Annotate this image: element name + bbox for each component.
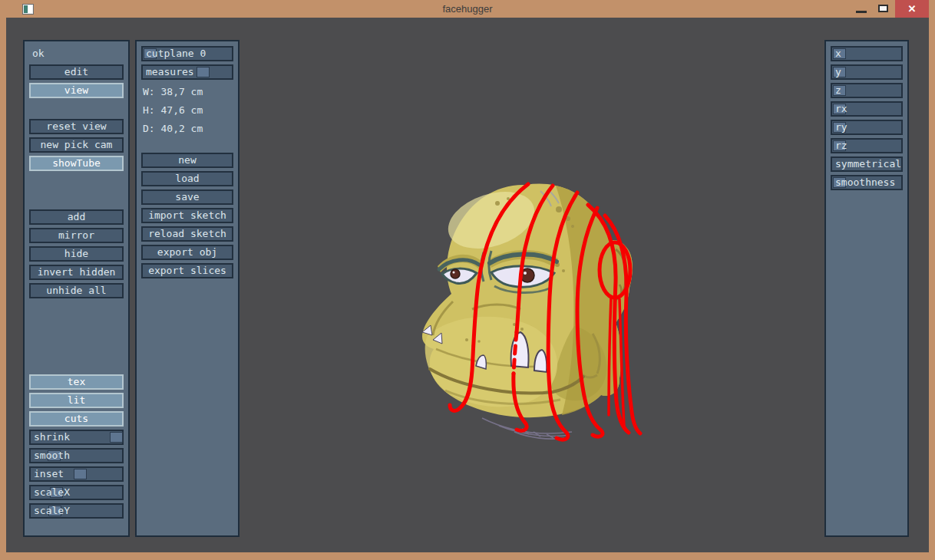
ry-label: ry — [832, 121, 847, 133]
titlebar[interactable]: facehugger ✕ — [0, 0, 935, 18]
scale-y-slider[interactable]: scaleY — [29, 503, 124, 519]
maximize-button[interactable] — [875, 0, 894, 18]
reload-sketch-button[interactable]: reload sketch — [141, 226, 233, 242]
edit-button[interactable]: edit — [29, 64, 124, 80]
cutplane-label: cutplane 0 — [143, 48, 206, 60]
mirror-button[interactable]: mirror — [29, 228, 124, 243]
new-button[interactable]: new — [141, 153, 233, 168]
inset-slider-handle[interactable] — [74, 469, 87, 479]
invert-hidden-button[interactable]: invert hidden — [29, 265, 124, 280]
scale-x-label: scaleX — [31, 486, 70, 499]
z-label: z — [832, 84, 841, 97]
hide-button[interactable]: hide — [29, 246, 124, 262]
show-tube-button[interactable]: showTube — [29, 156, 124, 171]
transform-panel: x y z rx ry rz symmetrical smoothness — [824, 40, 909, 537]
smooth-label: smooth — [31, 450, 70, 462]
window-title: facehugger — [0, 0, 935, 18]
depth-readout: D: 40,2 cm — [143, 123, 233, 135]
ogre-head-model[interactable] — [399, 173, 660, 456]
scale-y-label: scaleY — [31, 505, 70, 517]
measures-toggle[interactable]: measures — [141, 64, 233, 80]
y-label: y — [832, 66, 841, 78]
shrink-label: shrink — [31, 431, 70, 443]
smoothness-slider[interactable]: smoothness — [831, 175, 903, 190]
shrink-slider-handle[interactable] — [110, 432, 123, 443]
symmetrical-label: symmetrical — [832, 158, 901, 170]
x-slider[interactable]: x — [831, 46, 903, 61]
cuts-button[interactable]: cuts — [29, 411, 124, 427]
measures-toggle-handle[interactable] — [197, 67, 210, 77]
scale-x-slider[interactable]: scaleX — [29, 485, 124, 500]
add-button[interactable]: add — [29, 209, 124, 225]
ok-button[interactable]: ok — [29, 46, 124, 61]
close-icon: ✕ — [908, 3, 917, 15]
export-slices-button[interactable]: export slices — [141, 263, 233, 278]
height-readout: H: 47,6 cm — [143, 104, 233, 117]
left-toolbar-panel: ok edit view reset view new pick cam sho… — [23, 40, 130, 537]
z-slider[interactable]: z — [831, 83, 903, 98]
app-window: facehugger ✕ — [0, 0, 935, 560]
ry-slider[interactable]: ry — [831, 120, 903, 135]
x-label: x — [832, 48, 841, 60]
measures-label: measures — [143, 66, 194, 78]
file-panel: cutplane 0 measures W: 38,7 cm H: 47,6 c… — [135, 40, 240, 537]
export-obj-button[interactable]: export obj — [141, 245, 233, 260]
minimize-button[interactable] — [852, 0, 871, 18]
unhide-all-button[interactable]: unhide all — [29, 283, 124, 298]
reset-view-button[interactable]: reset view — [29, 119, 124, 134]
shrink-slider[interactable]: shrink — [29, 430, 124, 445]
width-readout: W: 38,7 cm — [143, 86, 233, 98]
smooth-slider[interactable]: smooth — [29, 448, 124, 463]
rx-slider[interactable]: rx — [831, 101, 903, 117]
lit-button[interactable]: lit — [29, 393, 124, 408]
inset-label: inset — [31, 468, 64, 480]
y-slider[interactable]: y — [831, 64, 903, 80]
rz-label: rz — [832, 140, 847, 152]
symmetrical-button[interactable]: symmetrical — [831, 156, 903, 172]
view-button[interactable]: view — [29, 83, 124, 98]
smoothness-label: smoothness — [832, 176, 895, 189]
inset-slider[interactable]: inset — [29, 466, 124, 482]
tex-button[interactable]: tex — [29, 374, 124, 390]
close-button[interactable]: ✕ — [895, 0, 929, 18]
save-button[interactable]: save — [141, 189, 233, 205]
new-pick-cam-button[interactable]: new pick cam — [29, 137, 124, 153]
rx-label: rx — [832, 103, 847, 115]
rz-slider[interactable]: rz — [831, 138, 903, 153]
import-sketch-button[interactable]: import sketch — [141, 208, 233, 223]
cutplane-slider[interactable]: cutplane 0 — [141, 46, 233, 61]
load-button[interactable]: load — [141, 171, 233, 186]
